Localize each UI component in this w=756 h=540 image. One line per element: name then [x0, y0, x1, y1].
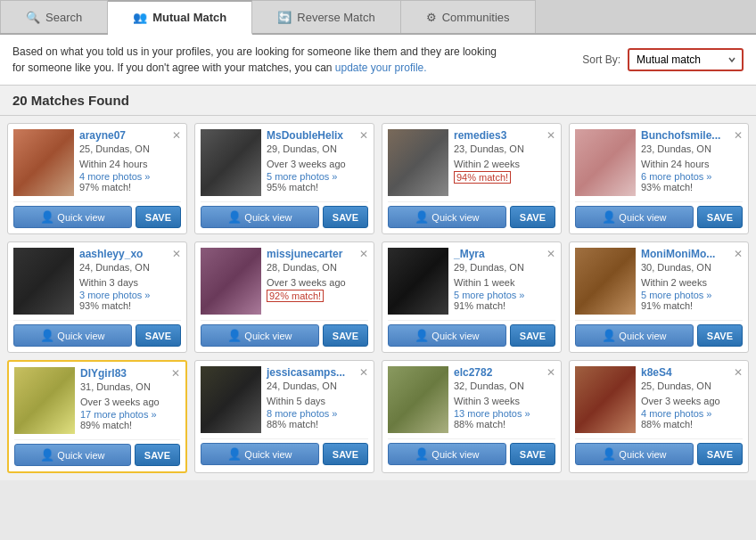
profile-photos-link[interactable]: 8 more photos » — [267, 408, 368, 419]
close-button[interactable]: ✕ — [546, 366, 555, 379]
save-button[interactable]: SAVE — [323, 443, 368, 465]
profile-card: arayne07 25, Dundas, ON Within 24 hours … — [7, 123, 187, 234]
profile-match: 95% match! — [267, 182, 368, 192]
quick-view-button[interactable]: 👤 Quick view — [13, 206, 132, 228]
profile-photo[interactable] — [14, 367, 75, 434]
profile-age-location: 30, Dundas, ON — [641, 260, 743, 275]
profile-photo[interactable] — [201, 366, 261, 433]
save-button[interactable]: SAVE — [136, 206, 181, 228]
profile-card: k8eS4 25, Dundas, ON Over 3 weeks ago 4 … — [569, 360, 749, 473]
profile-age-location: 31, Dundas, ON — [80, 380, 180, 395]
profile-username[interactable]: MoniMoniMo... — [641, 248, 743, 260]
card-actions: 👤 Quick view SAVE — [201, 201, 368, 228]
profile-last-active: Over 3 weeks ago — [641, 394, 743, 409]
close-button[interactable]: ✕ — [546, 129, 555, 142]
close-button[interactable]: ✕ — [171, 367, 180, 380]
tab-communities[interactable]: ⚙ Communities — [401, 0, 536, 33]
profile-age-location: 29, Dundas, ON — [267, 142, 368, 157]
profile-photo[interactable] — [388, 366, 448, 433]
profile-photos-link[interactable]: 4 more photos » — [641, 408, 743, 419]
info-bar: Based on what you told us in your profil… — [0, 35, 756, 86]
save-button[interactable]: SAVE — [510, 324, 555, 347]
close-button[interactable]: ✕ — [734, 366, 743, 379]
sort-select[interactable]: Mutual match Newest Last active % Match — [628, 48, 744, 71]
profile-photo[interactable] — [388, 248, 448, 315]
profile-username[interactable]: elc2782 — [454, 366, 555, 379]
profile-photos-link[interactable]: 3 more photos » — [79, 290, 181, 300]
quick-view-button[interactable]: 👤 Quick view — [13, 324, 132, 347]
profile-username[interactable]: DIYgirl83 — [80, 367, 180, 380]
profile-photos-link[interactable]: 5 more photos » — [454, 290, 555, 300]
close-button[interactable]: ✕ — [172, 129, 181, 142]
profile-username[interactable]: missjunecarter — [267, 248, 368, 260]
close-button[interactable]: ✕ — [734, 248, 743, 260]
close-button[interactable]: ✕ — [359, 366, 368, 379]
profile-username[interactable]: arayne07 — [79, 129, 181, 142]
profile-username[interactable]: jessicasamps... — [267, 366, 368, 379]
quick-view-button[interactable]: 👤 Quick view — [201, 206, 319, 228]
profile-photo[interactable] — [13, 248, 74, 315]
profile-last-active: Within 2 weeks — [454, 157, 555, 172]
quick-view-button[interactable]: 👤 Quick view — [388, 443, 506, 465]
profile-photos-link[interactable]: 17 more photos » — [80, 409, 180, 420]
profile-photos-link[interactable]: 5 more photos » — [267, 171, 368, 182]
profile-username[interactable]: _Myra — [454, 248, 555, 260]
profile-username[interactable]: k8eS4 — [641, 366, 743, 379]
profile-age-location: 24, Dundas, ON — [79, 260, 181, 275]
profile-match: 97% match! — [79, 182, 181, 192]
save-button[interactable]: SAVE — [136, 324, 181, 347]
profile-last-active: Within 24 hours — [641, 157, 743, 172]
quick-view-button[interactable]: 👤 Quick view — [575, 443, 694, 465]
quick-view-button[interactable]: 👤 Quick view — [201, 443, 319, 465]
profile-username[interactable]: aashleyy_xo — [79, 248, 181, 260]
close-button[interactable]: ✕ — [546, 248, 555, 260]
save-button[interactable]: SAVE — [135, 444, 180, 466]
close-button[interactable]: ✕ — [172, 248, 181, 260]
profile-photo[interactable] — [201, 129, 261, 196]
quick-view-button[interactable]: 👤 Quick view — [388, 324, 506, 347]
info-text: Based on what you told us in your profil… — [12, 44, 512, 76]
card-actions: 👤 Quick view SAVE — [388, 438, 555, 465]
sort-area: Sort By: Mutual match Newest Last active… — [582, 48, 744, 71]
tab-search[interactable]: 🔍 Search — [0, 0, 108, 33]
close-button[interactable]: ✕ — [359, 248, 368, 260]
profile-username[interactable]: MsDoubleHelix — [267, 129, 368, 142]
save-button[interactable]: SAVE — [510, 206, 555, 228]
profile-username[interactable]: Bunchofsmile... — [641, 129, 743, 142]
save-button[interactable]: SAVE — [510, 443, 555, 465]
profile-info: missjunecarter 28, Dundas, ON Over 3 wee… — [267, 248, 368, 315]
quick-view-button[interactable]: 👤 Quick view — [388, 206, 506, 228]
update-profile-link[interactable]: update your profile. — [335, 61, 427, 74]
quick-view-button[interactable]: 👤 Quick view — [201, 324, 319, 347]
profile-photo[interactable] — [575, 366, 636, 433]
profile-photo[interactable] — [575, 248, 636, 315]
profile-username[interactable]: remedies3 — [454, 129, 555, 142]
tab-mutual-match[interactable]: 👥 Mutual Match — [108, 0, 252, 35]
profile-photo[interactable] — [13, 129, 74, 196]
close-button[interactable]: ✕ — [734, 129, 743, 142]
save-button[interactable]: SAVE — [697, 206, 743, 228]
profile-photos-link[interactable]: 6 more photos » — [641, 171, 743, 182]
quick-view-button[interactable]: 👤 Quick view — [575, 206, 694, 228]
save-button[interactable]: SAVE — [697, 443, 743, 465]
profile-photos-link[interactable]: 5 more photos » — [641, 290, 743, 300]
tab-reverse-match[interactable]: 🔄 Reverse Match — [252, 0, 400, 33]
profile-photos-link[interactable]: 13 more photos » — [454, 408, 555, 419]
save-button[interactable]: SAVE — [697, 324, 743, 347]
profile-photo[interactable] — [201, 248, 261, 315]
profile-photo[interactable] — [388, 129, 448, 196]
close-button[interactable]: ✕ — [359, 129, 368, 142]
communities-icon: ⚙ — [426, 11, 437, 24]
quick-view-button[interactable]: 👤 Quick view — [14, 444, 131, 466]
matches-header: 20 Matches Found — [0, 86, 756, 116]
profile-last-active: Over 3 weeks ago — [267, 275, 368, 290]
profile-photo[interactable] — [575, 129, 636, 196]
profile-info: remedies3 23, Dundas, ON Within 2 weeks … — [454, 129, 555, 196]
quick-view-button[interactable]: 👤 Quick view — [575, 324, 694, 347]
profile-photos-link[interactable]: 4 more photos » — [79, 171, 181, 182]
profile-age-location: 25, Dundas, ON — [79, 142, 181, 157]
card-actions: 👤 Quick view SAVE — [575, 320, 743, 347]
save-button[interactable]: SAVE — [323, 206, 368, 228]
profile-card: Bunchofsmile... 23, Dundas, ON Within 24… — [569, 123, 749, 234]
save-button[interactable]: SAVE — [323, 324, 368, 347]
